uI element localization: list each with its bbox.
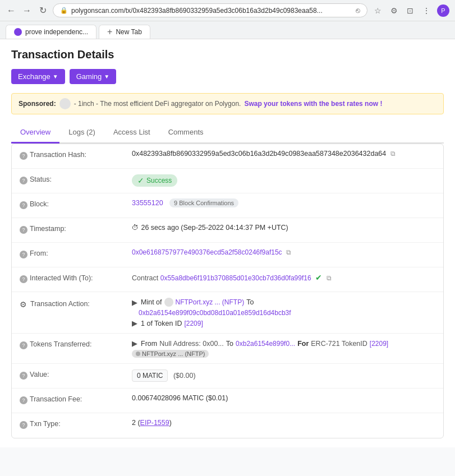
tab-nav: Overview Logs (2) Access List Comments [11,122,444,144]
tx-action-line-3: ▶ 1 of Token ID [2209] [132,319,435,327]
copy-from-address[interactable]: ⧉ [286,248,291,256]
nft-icon [164,298,173,307]
label-tx-action: ⚙ Transaction Action: [20,298,132,309]
bookmark-icon[interactable]: ☆ [372,5,384,16]
gaming-label: Gaming [76,72,102,81]
url-text: polygonscan.com/tx/0x482393a8fb869033295… [71,7,352,15]
row-interacted: ? Interacted With (To): Contract 0x55a8d… [12,267,443,292]
page-content: Transaction Details Exchange ▼ Gaming ▼ … [0,39,455,447]
label-tokens-transferred: ? Tokens Transferred: [20,339,132,349]
window-icon[interactable]: ⊡ [405,5,416,16]
token-id-link[interactable]: [2209] [184,320,203,327]
help-icon-tx-fee[interactable]: ? [20,396,27,404]
label-block: ? Block: [20,199,132,209]
help-icon-from[interactable]: ? [20,251,27,258]
sponsor-logo [59,98,71,109]
tx-action-line-2: 0xb2a6154e899f09c0bd08d10a01e859d16d4bcb… [132,309,435,317]
row-tokens-transferred: ? Tokens Transferred: ▶ From Null Addres… [12,334,443,364]
label-tx-hash: ? Transaction Hash: [20,150,132,160]
row-timestamp: ? Timestamp: ⏱ 26 secs ago (Sep-25-2022 … [12,218,443,243]
share-icon: ⎋ [356,6,360,15]
transfer-token-id-link[interactable]: [2209] [370,340,388,348]
value-tx-fee: 0.00674028096 MATIC ($0.01) [132,394,435,402]
exchange-label: Exchange [18,72,50,81]
copy-contract-address[interactable]: ⧉ [327,274,332,282]
gaming-button[interactable]: Gaming ▼ [70,69,116,84]
transfer-to-link[interactable]: 0xb2a6154e899f0... [236,340,295,348]
page-title: Transaction Details [11,48,444,61]
menu-icon[interactable]: ⋮ [420,5,433,16]
row-tx-action: ⚙ Transaction Action: ▶ Mint of NFTPort.… [12,292,443,334]
sponsored-text: - 1inch - The most efficient DeFi aggreg… [74,100,241,108]
address-bar[interactable]: 🔒 polygonscan.com/tx/0x482393a8fb8690332… [53,3,367,17]
help-icon-timestamp[interactable]: ? [20,226,27,234]
from-address-link[interactable]: 0x0e6168757977e490376ecd5a2f58c0246f9af1… [132,248,282,256]
label-value: ? Value: [20,369,132,380]
status-badge: ✓ Success [132,174,177,187]
transfer-bullet: ▶ [132,339,137,348]
label-status: ? Status: [20,174,132,184]
row-from: ? From: 0x0e6168757977e490376ecd5a2f58c0… [12,243,443,267]
browser-tab-2[interactable]: + New Tab [99,25,150,39]
row-tx-hash: ? Transaction Hash: 0x482393a8fb86903329… [12,144,443,169]
label-tx-fee: ? Transaction Fee: [20,394,132,404]
help-icon-tokens[interactable]: ? [20,341,27,349]
help-icon-value[interactable]: ? [20,372,27,380]
nft-tag: NFTPort.xyz ... (NFTP) [132,350,209,358]
tab-access-list[interactable]: Access List [104,122,159,144]
button-group: Exchange ▼ Gaming ▼ [11,69,444,84]
tab-logs[interactable]: Logs (2) [59,122,104,144]
value-value: 0 MATIC ($0.00) [132,369,435,382]
help-icon-txn-type[interactable]: ? [20,421,27,429]
browser-tab-1[interactable]: prove independenc... [6,25,96,39]
value-status: ✓ Success [132,174,435,187]
status-dot: ✓ [137,176,144,185]
row-status: ? Status: ✓ Success [12,169,443,193]
tab-overview[interactable]: Overview [11,122,59,144]
value-timestamp: ⏱ 26 secs ago (Sep-25-2022 04:14:37 PM +… [132,224,435,232]
details-table: ? Transaction Hash: 0x482393a8fb86903329… [11,144,444,438]
profile-icon[interactable]: P [437,4,449,17]
tab-label-2: New Tab [116,28,141,36]
gaming-chevron: ▼ [104,73,109,80]
contract-address-link[interactable]: 0x55a8dbe6f191b370885d01e30cb7d36d0fa99f… [160,274,311,282]
value-badge: 0 MATIC [132,369,168,382]
help-icon-tx-hash[interactable]: ? [20,152,27,160]
gear-icon: ⚙ [20,300,27,309]
value-from: 0x0e6168757977e490376ecd5a2f58c0246f9af1… [132,248,435,256]
nft-dot [136,352,140,356]
verify-icon: ✔ [315,273,322,282]
block-number-link[interactable]: 33555120 [132,199,163,207]
tab-comments[interactable]: Comments [159,122,213,144]
reload-button[interactable]: ↻ [37,5,48,16]
forward-button[interactable]: → [21,5,33,16]
exchange-chevron: ▼ [53,73,58,80]
transfer-line-1: ▶ From Null Address: 0x00... To 0xb2a615… [132,339,435,348]
bullet-icon: ▶ [132,298,137,307]
to-address-link[interactable]: 0xb2a6154e899f09c0bd08d10a01e859d16d4bcb… [139,309,291,317]
help-icon-interacted[interactable]: ? [20,275,27,283]
help-icon-block[interactable]: ? [20,201,27,209]
value-block: 33555120 9 Block Confirmations [132,199,435,207]
eip-link[interactable]: EIP-1559 [140,419,169,427]
label-timestamp: ? Timestamp: [20,224,132,234]
tab-favicon-2: + [107,28,112,36]
block-confirmations: 9 Block Confirmations [169,198,238,207]
sponsored-label: Sponsored: [19,100,56,108]
token-type-label: ERC-721 TokenID [311,340,367,348]
lock-icon: 🔒 [60,7,68,14]
tab-bar: prove independenc... + New Tab [0,21,455,39]
copy-tx-hash[interactable]: ⧉ [390,150,396,158]
help-icon-status[interactable]: ? [20,177,27,184]
transfer-line-2: NFTPort.xyz ... (NFTP) [132,350,435,358]
for-label: For [297,340,309,348]
nft-label-link[interactable]: NFTPort.xyz ... (NFTP) [176,298,245,306]
usd-value: ($0.00) [173,372,196,380]
back-button[interactable]: ← [6,5,17,16]
extensions-icon[interactable]: ⚙ [388,5,400,16]
sponsored-cta[interactable]: Swap your tokens with the best rates now… [244,100,382,108]
value-tokens-transferred: ▶ From Null Address: 0x00... To 0xb2a615… [132,339,435,358]
browser-chrome: ← → ↻ 🔒 polygonscan.com/tx/0x482393a8fb8… [0,0,455,21]
exchange-button[interactable]: Exchange ▼ [11,69,65,84]
value-tx-action: ▶ Mint of NFTPort.xyz ... (NFTP) To 0xb2… [132,298,435,327]
